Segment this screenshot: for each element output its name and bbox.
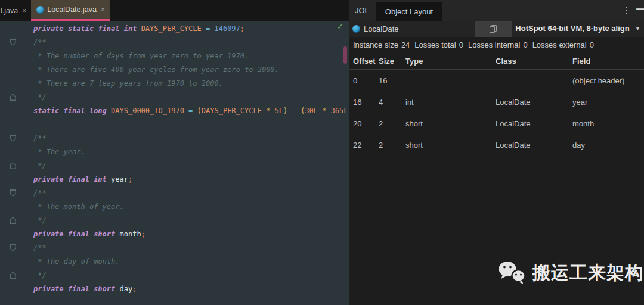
gutter [0,145,27,159]
gutter [0,282,27,296]
table-cell: 4 [379,98,405,107]
code-text: * The day-of-month. [27,255,349,269]
hide-window-icon[interactable]: — [636,4,644,14]
class-icon [36,6,44,14]
fold-start-icon[interactable] [10,39,16,46]
code-segment: * The number of days from year zero to y… [33,52,249,60]
column-header: Field [572,57,644,66]
code-segment: * There are 7 leap years from 1970 to 20… [33,79,223,88]
gutter [0,200,27,214]
gutter [0,49,27,63]
jol-toolbar: LocalDate HotSpot 64-bit VM, 8-byte alig… [349,21,644,37]
code-text: */ [27,159,349,173]
chevron-down-icon[interactable]: ▼ [635,26,640,32]
stat-label: Losses total [414,41,456,49]
table-row[interactable]: 202shortLocalDatemonth [349,113,644,134]
code-text: /** [27,132,349,145]
fold-end-icon[interactable] [10,162,16,169]
table-cell: month [572,119,644,128]
options-menu-icon[interactable]: ⋮ [622,5,631,15]
table-cell: (object header) [572,76,644,85]
code-line: * The number of days from year zero to y… [0,49,349,63]
gutter [0,63,27,77]
code-text: private final int year; [27,173,349,186]
gutter [0,173,27,186]
gutter [0,132,27,145]
table-row[interactable]: 016(object header) [349,70,644,91]
table-cell: 2 [379,141,405,150]
column-header: Offset [353,57,379,66]
jol-header-bar: JOL Object Layout ⋮ — [349,0,644,21]
copy-button[interactable] [475,21,512,37]
gutter [0,159,27,173]
code-line: * There are five 400 year cycles from ye… [0,63,349,77]
code-segment: - [292,107,301,115]
tab-label: LocalDate.java [47,5,97,14]
tab-object-layout[interactable]: Object Layout [376,2,442,21]
column-header: Size [379,57,405,66]
fold-start-icon[interactable] [10,189,16,197]
code-segment: * The day-of-month. [33,257,120,266]
code-line: /** [0,132,349,145]
code-text: private final short day; [27,282,349,296]
code-segment: DAYS_0000_TO_1970 [111,107,188,115]
code-text: */ [27,269,349,282]
code-segment: month [120,230,141,238]
code-segment: = [206,24,214,33]
code-segment: * There are five 400 year cycles from ye… [33,66,279,74]
code-segment: */ [33,161,47,170]
code-line: */ [0,269,349,282]
scrollbar-stripe-marker[interactable] [343,46,347,64]
table-row[interactable]: 222shortLocalDateday [349,134,644,155]
code-text: private static final int DAYS_PER_CYCLE … [27,22,349,36]
code-line: /** [0,186,349,200]
gutter [0,77,27,91]
class-icon [352,25,360,33]
table-cell: 16 [353,98,379,107]
gutter [0,228,27,241]
fold-end-icon[interactable] [10,94,16,101]
code-segment: private static final int [33,24,141,33]
code-line: * The month-of-year. [0,200,349,214]
table-cell: 22 [353,141,379,150]
copy-icon [490,25,497,33]
code-text: * There are five 400 year cycles from ye… [27,63,349,77]
tab-label: l.java [1,7,18,15]
code-segment: = [188,107,197,115]
code-segment: */ [33,216,47,225]
fold-start-icon[interactable] [10,135,16,142]
vm-mode-dropdown[interactable]: HotSpot 64-bit VM, 8-byte align [514,21,631,37]
close-icon[interactable]: × [22,7,26,15]
table-cell: short [405,119,496,128]
jol-window-title: JOL [355,6,369,15]
fold-end-icon[interactable] [10,217,16,224]
jol-tool-window: JOL Object Layout ⋮ — LocalDate HotSpot … [349,0,644,305]
code-segment: private final int [33,175,111,183]
code-segment: year [111,175,128,183]
table-row[interactable]: 164intLocalDateyear [349,91,644,113]
code-segment: DAYS_PER_CYCLE [202,107,262,115]
table-cell: 20 [353,119,379,128]
code-text: */ [27,91,349,104]
tab-partial-java[interactable]: l.java × [0,0,31,21]
fold-end-icon[interactable] [10,272,16,279]
inspected-class-name: LocalDate [364,21,399,37]
code-segment: ) [283,107,292,115]
code-area: private static final int DAYS_PER_CYCLE … [0,21,349,296]
inspections-ok-check-icon[interactable]: ✓ [337,22,343,31]
code-segment: day [120,285,133,293]
code-editor[interactable]: private static final int DAYS_PER_CYCLE … [0,21,349,305]
code-text: * The month-of-year. [27,200,349,214]
table-cell: 0 [353,76,379,85]
table-cell: day [572,141,644,150]
tab-localdate-java[interactable]: LocalDate.java × [31,0,110,21]
close-icon[interactable]: × [101,5,105,14]
watermark-text: 搬运工来架构 [532,261,643,285]
code-segment: static final long [33,107,111,115]
vm-mode-value: HotSpot 64-bit VM, 8-byte align [509,23,635,35]
code-segment: private final short [33,230,120,238]
stat-label: Losses external [532,41,587,49]
fold-start-icon[interactable] [10,244,16,251]
table-cell: 16 [379,76,405,85]
code-segment: * [262,107,275,115]
